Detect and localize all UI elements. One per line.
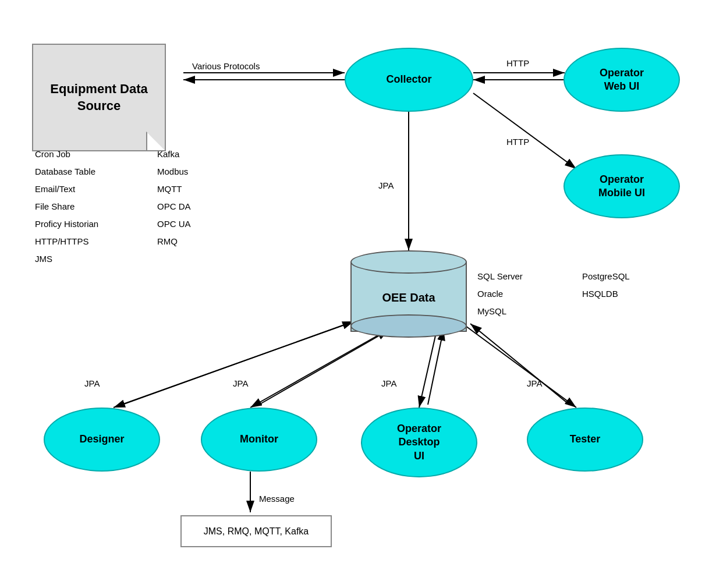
svg-line-14 (466, 326, 576, 408)
operator-desktop-ui-label: OperatorDesktopUI (397, 422, 441, 463)
various-protocols-label: Various Protocols (192, 61, 260, 71)
operator-web-ui-node: OperatorWeb UI (563, 48, 680, 112)
jpa-monitor-label: JPA (233, 378, 248, 388)
db-option: MySQL (477, 303, 523, 320)
svg-line-8 (114, 323, 349, 408)
jms-box: JMS, RMQ, MQTT, Kafka (180, 515, 332, 547)
tester-node: Tester (527, 408, 643, 472)
proto-item: File Share (35, 198, 98, 215)
proto-item: Proficy Historian (35, 215, 98, 233)
http-mobileui-label: HTTP (506, 137, 529, 147)
operator-web-ui-label: OperatorWeb UI (600, 66, 644, 94)
operator-desktop-ui-node: OperatorDesktopUI (361, 408, 477, 477)
proto-item: Email/Text (35, 180, 98, 198)
proto-item: RMQ (157, 233, 191, 250)
svg-line-11 (259, 330, 389, 405)
svg-line-13 (428, 329, 444, 405)
jpa-designer-label: JPA (84, 378, 100, 388)
cylinder-top (350, 250, 467, 274)
jpa-operator-desktop-label: JPA (381, 378, 396, 388)
oee-data-label: OEE Data (382, 291, 435, 304)
designer-label: Designer (79, 433, 124, 446)
proto-item: Modbus (157, 163, 191, 180)
operator-mobile-ui-node: OperatorMobile UI (563, 154, 680, 218)
tester-label: Tester (570, 433, 601, 446)
collector-node: Collector (345, 48, 473, 112)
proto-item: HTTP/HTTPS (35, 233, 98, 250)
diagram-container: Equipment Data Source Collector Operator… (0, 0, 723, 588)
operator-mobile-ui-label: OperatorMobile UI (598, 173, 645, 200)
proto-item: Cron Job (35, 146, 98, 163)
equipment-data-source: Equipment Data Source (32, 44, 166, 151)
db-option: PostgreSQL (582, 268, 630, 285)
message-label: Message (259, 494, 295, 504)
designer-node: Designer (44, 408, 160, 472)
svg-line-6 (473, 93, 576, 169)
svg-line-9 (122, 321, 354, 405)
equipment-label: Equipment Data Source (33, 81, 165, 114)
db-options-col1: SQL Server Oracle MySQL (477, 268, 523, 320)
jms-label: JMS, RMQ, MQTT, Kafka (204, 526, 309, 537)
proto-item: JMS (35, 250, 98, 268)
http-webui-label: HTTP (506, 58, 529, 68)
svg-line-12 (419, 331, 437, 408)
proto-item: Database Table (35, 163, 98, 180)
jpa-tester-label: JPA (527, 378, 542, 388)
cylinder-bottom (350, 314, 467, 338)
db-options-col2: PostgreSQL HSQLDB (582, 268, 630, 303)
proto-item: OPC UA (157, 215, 191, 233)
proto-item: OPC DA (157, 198, 191, 215)
db-option: SQL Server (477, 268, 523, 285)
oee-data-node: OEE Data (350, 250, 467, 338)
db-option: Oracle (477, 285, 523, 303)
svg-line-15 (470, 324, 569, 405)
svg-line-10 (250, 332, 384, 408)
monitor-label: Monitor (240, 433, 278, 446)
protocol-list-col1: Cron Job Database Table Email/Text File … (35, 146, 98, 268)
protocol-list-col2: Kafka Modbus MQTT OPC DA OPC UA RMQ (157, 146, 191, 250)
collector-label: Collector (386, 73, 431, 86)
db-option: HSQLDB (582, 285, 630, 303)
proto-item: MQTT (157, 180, 191, 198)
jpa-collector-db-label: JPA (378, 180, 394, 190)
proto-item: Kafka (157, 146, 191, 163)
monitor-node: Monitor (201, 408, 317, 472)
